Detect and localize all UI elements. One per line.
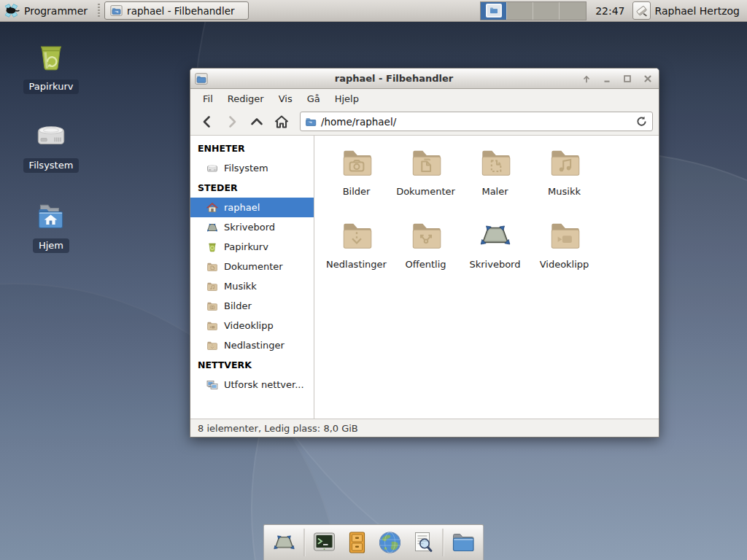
file-item-videoklipp[interactable]: Videoklipp	[530, 217, 599, 290]
file-item-musikk[interactable]: Musikk	[530, 144, 599, 217]
sidebar-item-filsystem[interactable]: Filsystem	[190, 158, 314, 178]
file-item-label: Dokumenter	[396, 186, 455, 197]
sidebar-item-utforsk-nettverk[interactable]: Utforsk nettver...	[190, 375, 314, 394]
file-item-dokumenter[interactable]: Dokumenter	[391, 144, 460, 217]
sidebar-item-bilder[interactable]: Bilder	[190, 296, 314, 316]
reload-icon[interactable]	[635, 115, 648, 128]
file-item-label: Bilder	[343, 186, 371, 197]
desktop-icon	[477, 217, 514, 254]
path-bar[interactable]: /home/raphael/	[300, 112, 653, 131]
workspace-1[interactable]	[481, 2, 507, 20]
trash-icon	[206, 241, 218, 253]
desktop-icon-label: Hjem	[33, 238, 69, 253]
show-desktop-button[interactable]	[271, 529, 298, 556]
sidebar-item-nedlastinger[interactable]: Nedlastinger	[190, 335, 314, 355]
pictures-folder-icon	[338, 144, 375, 181]
search-launcher[interactable]	[410, 529, 436, 556]
sidebar-item-raphael[interactable]: raphael	[190, 198, 314, 217]
directory-menu-button[interactable]	[450, 529, 476, 556]
menu-hjelp[interactable]: Hjelp	[328, 91, 365, 106]
workspace-4[interactable]	[560, 2, 586, 20]
user-actions-button[interactable]	[632, 1, 651, 20]
workspace-switcher	[480, 1, 587, 20]
window-title: raphael - Filbehandler	[208, 73, 580, 84]
user-name-label: Raphael Hertzog	[655, 5, 740, 17]
web-browser-launcher[interactable]	[377, 529, 403, 556]
applications-menu-button[interactable]: Programmer	[0, 0, 95, 22]
window-titlebar-icon	[195, 72, 208, 85]
statusbar: 8 ielementer, Ledig plass: 8,0 GiB	[190, 419, 659, 437]
sidebar-item-label: raphael	[224, 202, 260, 213]
sidebar-header-nettverk: NETTVERK	[190, 355, 314, 375]
forward-button[interactable]	[221, 112, 243, 132]
file-item-offentlig[interactable]: Offentlig	[391, 217, 460, 290]
top-panel: Programmer raphael - Filbehandler 22:47	[0, 0, 747, 22]
file-item-skrivebord[interactable]: Skrivebord	[460, 217, 530, 290]
desktop-icon-hjem[interactable]: Hjem	[15, 198, 88, 253]
sidebar-header-enheter: ENHETER	[190, 139, 314, 158]
tasklist-grip[interactable]	[96, 4, 101, 18]
search-document-icon	[411, 530, 436, 555]
music-folder-icon	[546, 144, 583, 181]
taskbar-window-label: raphael - Filbehandler	[127, 5, 234, 17]
music-folder-icon	[206, 281, 218, 292]
sidebar-item-videoklipp[interactable]: Videoklipp	[190, 316, 314, 335]
globe-icon	[378, 530, 403, 555]
dock-separator	[304, 529, 305, 556]
workspace-3[interactable]	[533, 2, 560, 20]
maximize-button[interactable]	[621, 72, 634, 85]
videos-folder-icon	[206, 320, 218, 332]
shade-button[interactable]	[580, 72, 593, 85]
sidebar-item-papirkurv[interactable]: Papirkurv	[190, 237, 314, 257]
xfce-mouse-logo-icon	[3, 2, 20, 19]
terminal-launcher[interactable]	[311, 529, 338, 556]
desktop-icon-filsystem[interactable]: Filsystem	[15, 118, 88, 173]
titlebar[interactable]: raphael - Filbehandler	[190, 69, 659, 89]
file-manager-window: raphael - Filbehandler Fil Rediger Vis G…	[190, 68, 659, 438]
back-button[interactable]	[196, 112, 218, 132]
downloads-folder-icon	[206, 340, 218, 351]
file-item-label: Offentlig	[406, 259, 446, 270]
user-actions-icon	[635, 4, 649, 18]
file-item-label: Videoklipp	[540, 259, 589, 270]
desktop-icon-label: Papirkurv	[23, 79, 80, 94]
path-folder-icon	[305, 116, 317, 128]
sidebar-item-label: Musikk	[224, 281, 257, 292]
file-item-label: Skrivebord	[469, 259, 520, 270]
desktop-icon-papirkurv[interactable]: Papirkurv	[15, 39, 88, 94]
sidebar-item-dokumenter[interactable]: Dokumenter	[190, 257, 314, 276]
workspace-2[interactable]	[507, 2, 533, 20]
home-button[interactable]	[271, 112, 293, 132]
path-text[interactable]: /home/raphael/	[321, 116, 631, 128]
menu-rediger[interactable]: Rediger	[221, 91, 271, 106]
file-item-bilder[interactable]: Bilder	[322, 144, 391, 217]
workspace-window-thumbnail	[486, 4, 502, 18]
file-grid: Bilder Dokumenter	[314, 136, 659, 419]
sidebar-item-label: Papirkurv	[224, 241, 268, 252]
sidebar-item-label: Filsystem	[224, 163, 268, 174]
minimize-button[interactable]	[600, 72, 614, 85]
toolbar: /home/raphael/	[190, 108, 659, 136]
sidebar-item-musikk[interactable]: Musikk	[190, 276, 314, 296]
clock: 22:47	[595, 5, 624, 17]
pictures-folder-icon	[206, 300, 218, 312]
up-button[interactable]	[246, 112, 268, 132]
menubar: Fil Rediger Vis Gå Hjelp	[190, 89, 659, 108]
sidebar-item-skrivebord[interactable]: Skrivebord	[190, 217, 314, 237]
close-button[interactable]	[641, 72, 654, 85]
file-item-nedlastinger[interactable]: Nedlastinger	[322, 217, 391, 290]
menu-fil[interactable]: Fil	[196, 91, 220, 106]
mini-folder-icon	[489, 7, 498, 14]
home-folder-icon	[33, 198, 69, 235]
file-item-label: Nedlastinger	[326, 259, 387, 270]
file-item-label: Maler	[481, 186, 508, 197]
hard-drive-icon	[33, 118, 69, 155]
folder-icon	[451, 530, 476, 555]
file-manager-launcher[interactable]	[344, 529, 371, 556]
file-item-maler[interactable]: Maler	[460, 144, 530, 217]
taskbar-window-button[interactable]: raphael - Filbehandler	[104, 1, 249, 20]
file-item-label: Musikk	[548, 186, 581, 197]
menu-ga[interactable]: Gå	[301, 91, 327, 106]
status-text: 8 ielementer, Ledig plass: 8,0 GiB	[198, 423, 358, 434]
menu-vis[interactable]: Vis	[272, 91, 299, 106]
